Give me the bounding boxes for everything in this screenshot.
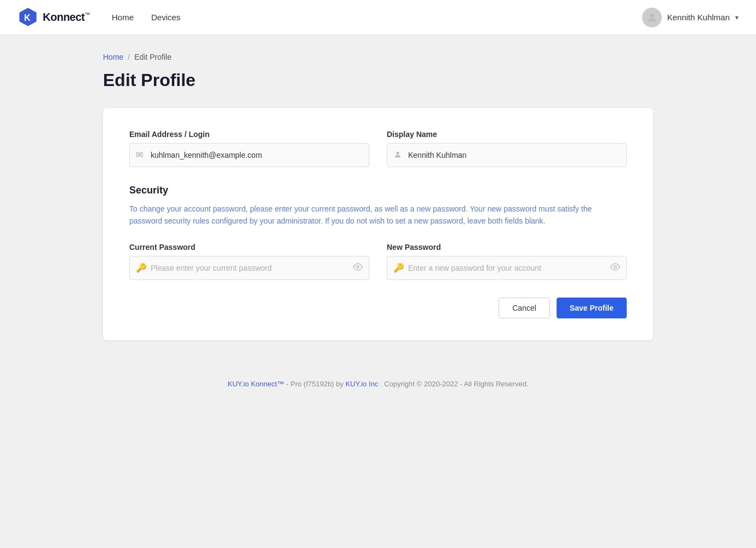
svg-point-4 — [614, 266, 617, 269]
footer-brand: KUY.io Konnect™ — [228, 380, 284, 388]
email-input-wrapper: ✉ — [129, 143, 369, 167]
chevron-down-icon: ▾ — [735, 14, 738, 21]
display-name-group: Display Name — [387, 130, 627, 167]
email-icon: ✉ — [136, 151, 143, 159]
display-name-label: Display Name — [387, 130, 627, 139]
main-content: Home / Edit Profile Edit Profile Email A… — [77, 35, 679, 358]
email-input[interactable] — [129, 143, 369, 167]
top-fields-row: Email Address / Login ✉ Display Name — [129, 130, 627, 167]
eye-icon-new[interactable] — [610, 262, 620, 274]
key-icon-new: 🔑 — [393, 264, 404, 272]
new-password-group: New Password 🔑 — [387, 243, 627, 280]
current-password-label: Current Password — [129, 243, 369, 252]
key-icon-current: 🔑 — [136, 264, 147, 272]
breadcrumb-home-link[interactable]: Home — [103, 53, 123, 61]
display-name-input-wrapper — [387, 143, 627, 167]
page-title: Edit Profile — [103, 70, 653, 90]
security-title: Security — [129, 185, 627, 196]
current-password-input[interactable] — [129, 256, 369, 280]
new-password-input[interactable] — [387, 256, 627, 280]
user-name: Kennith Kuhlman — [667, 13, 730, 22]
breadcrumb-separator: / — [128, 53, 130, 61]
email-group: Email Address / Login ✉ — [129, 130, 369, 167]
user-menu[interactable]: Kennith Kuhlman ▾ — [642, 8, 738, 27]
action-row: Cancel Save Profile — [129, 298, 627, 318]
footer: KUY.io Konnect™ - Pro (f75192b) by KUY.i… — [0, 358, 756, 399]
navbar-left: K Konnect™ Home Devices — [18, 7, 180, 28]
navbar: K Konnect™ Home Devices Kennith Kuhlman … — [0, 0, 756, 35]
avatar — [642, 8, 662, 27]
svg-text:K: K — [24, 13, 31, 22]
breadcrumb-current: Edit Profile — [134, 53, 171, 61]
logo[interactable]: K Konnect™ — [18, 7, 90, 28]
logo-icon: K — [18, 7, 38, 28]
person-icon — [393, 150, 402, 161]
current-password-wrapper: 🔑 — [129, 256, 369, 280]
email-label: Email Address / Login — [129, 130, 369, 139]
svg-point-2 — [396, 151, 399, 154]
current-password-group: Current Password 🔑 — [129, 243, 369, 280]
nav-devices[interactable]: Devices — [151, 13, 180, 22]
footer-edition: - Pro (f75192b) by — [286, 380, 345, 388]
display-name-input[interactable] — [387, 143, 627, 167]
eye-icon-current[interactable] — [353, 262, 363, 274]
breadcrumb: Home / Edit Profile — [103, 53, 653, 61]
password-fields-row: Current Password 🔑 New Password 🔑 — [129, 243, 627, 280]
app-name: Konnect™ — [43, 11, 90, 24]
new-password-wrapper: 🔑 — [387, 256, 627, 280]
new-password-label: New Password — [387, 243, 627, 252]
security-section: Security To change your account password… — [129, 185, 627, 227]
save-profile-button[interactable]: Save Profile — [557, 298, 627, 318]
nav-links: Home Devices — [112, 13, 180, 22]
footer-company-link[interactable]: KUY.io Inc — [346, 380, 379, 388]
svg-point-1 — [650, 13, 654, 17]
footer-copyright: . Copyright © 2020-2022 - All Rights Res… — [380, 380, 528, 388]
svg-point-3 — [357, 266, 359, 269]
cancel-button[interactable]: Cancel — [499, 298, 550, 318]
security-note: To change your account password, please … — [129, 203, 627, 227]
nav-home[interactable]: Home — [112, 13, 134, 22]
edit-profile-card: Email Address / Login ✉ Display Name Sec… — [103, 108, 653, 340]
